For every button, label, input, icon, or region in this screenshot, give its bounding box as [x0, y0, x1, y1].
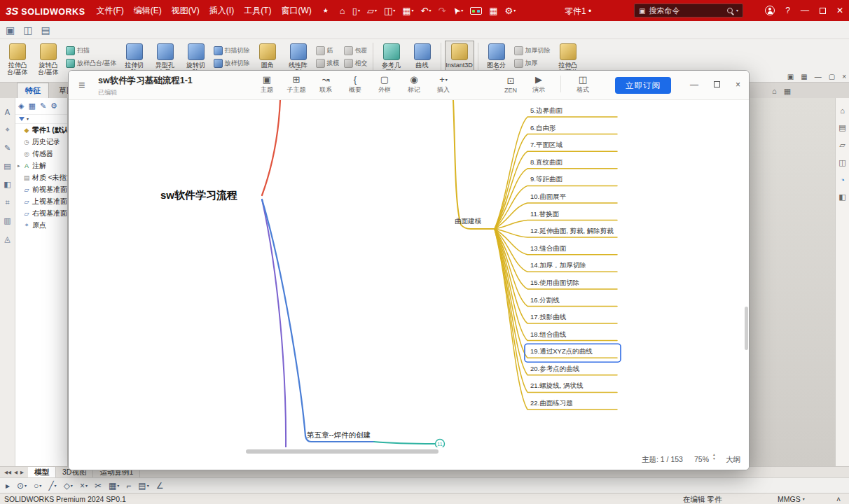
- search-command-box[interactable]: ▣ 搜索命令 ▾: [634, 4, 743, 18]
- polygon-tool-icon[interactable]: ◇▾: [64, 481, 73, 491]
- mindmap-topic-item[interactable]: 18.组合曲线: [530, 330, 566, 339]
- zoom-down-icon[interactable]: ▾: [713, 456, 715, 461]
- ribbon-button-sweep-cut[interactable]: 扫描切除: [214, 46, 250, 56]
- configuration-tab-icon[interactable]: ✎: [40, 102, 46, 111]
- ribbon-button-rib[interactable]: 筋: [316, 46, 340, 56]
- tree-root-part[interactable]: ◆零件1 (默认<<默认>_显示状态 1>): [15, 124, 67, 136]
- first-tab-icon[interactable]: ◀◀: [4, 470, 11, 475]
- close-button[interactable]: ✕: [836, 6, 843, 15]
- half-square-icon[interactable]: ◧: [4, 180, 11, 189]
- ellipse-tool-icon[interactable]: ○▾: [34, 481, 41, 491]
- mindmap-topic-item[interactable]: 6.自由形: [530, 123, 555, 132]
- ribbon-button-loft-boss[interactable]: 放样凸台/基体: [66, 58, 117, 69]
- mindmap-topic-item[interactable]: 11.替换面: [530, 209, 559, 218]
- mindmap-topic-item[interactable]: 12.延伸曲面, 剪裁, 解除剪裁: [530, 226, 614, 235]
- convert-entities-icon[interactable]: ⌐: [126, 481, 131, 491]
- ribbon-button-loft-cut[interactable]: 放样切除: [214, 58, 250, 69]
- menu-item[interactable]: 工具(T): [240, 4, 275, 18]
- menu-item[interactable]: 插入(I): [205, 4, 238, 18]
- search-icon[interactable]: [727, 8, 733, 13]
- file-explorer-icon[interactable]: ▱: [839, 141, 845, 150]
- statusbar-chevron-icon[interactable]: ˄: [836, 495, 841, 503]
- tab-model[interactable]: 模型: [28, 467, 56, 477]
- mindmap-topic-item[interactable]: 16.分割线: [530, 295, 560, 304]
- new-document-icon[interactable]: ▯▾: [352, 6, 360, 15]
- open-icon[interactable]: ▱▾: [367, 6, 377, 15]
- mindmap-topic-item[interactable]: 9.等距曲面: [530, 174, 562, 183]
- options-gear-icon[interactable]: ⚙▾: [505, 6, 516, 15]
- ribbon-button-intersect[interactable]: 相交: [344, 58, 368, 69]
- angle-tool-icon[interactable]: ∠: [156, 481, 164, 491]
- xmind-maximize-button[interactable]: [714, 80, 720, 90]
- home-icon[interactable]: ⌂: [340, 6, 345, 15]
- summary-tool[interactable]: {概要: [343, 74, 367, 94]
- tree-material[interactable]: ▤材质 <未指定>: [15, 172, 67, 183]
- tree-front-plane[interactable]: ▱前视基准面: [15, 183, 67, 195]
- outline-button[interactable]: 大纲: [726, 455, 740, 465]
- circle-tool-icon[interactable]: ⊙▾: [17, 481, 27, 491]
- dimxpert-tab-icon[interactable]: ⚙: [50, 102, 57, 111]
- pencil-icon[interactable]: ✎: [4, 144, 11, 153]
- mate-pill-icon[interactable]: [470, 7, 482, 15]
- menu-item[interactable]: 视图(V): [167, 4, 204, 18]
- menu-item[interactable]: 窗口(W): [277, 4, 315, 18]
- menu-item[interactable]: 文件(F): [92, 4, 127, 18]
- point-tool-icon[interactable]: ×▾: [80, 481, 88, 491]
- undo-icon[interactable]: ↶▾: [421, 6, 432, 15]
- mdi-minimize-icon[interactable]: —: [815, 73, 822, 80]
- featuremanager-tab-icon[interactable]: ◈: [18, 102, 24, 111]
- pattern-tool-icon[interactable]: ▦▾: [109, 481, 119, 491]
- ribbon-button-wrap[interactable]: 包覆: [344, 46, 368, 56]
- tree-filter-row[interactable]: ▾: [15, 115, 67, 124]
- menu-item[interactable]: 编辑(E): [130, 4, 166, 18]
- vertical-scrollbar[interactable]: [745, 307, 748, 350]
- format-tool[interactable]: ◫格式: [571, 74, 595, 94]
- mdi-restore-icon[interactable]: ▢: [829, 73, 835, 80]
- mindmap-topic-item[interactable]: 22.曲面练习题: [530, 398, 573, 407]
- tree-top-plane[interactable]: ▱上视基准面: [15, 195, 67, 207]
- statusbar-units[interactable]: MMGS ▾: [778, 495, 805, 503]
- view-grid-icon[interactable]: ▦: [784, 87, 791, 96]
- scene-icon[interactable]: ◫: [23, 24, 32, 36]
- maximize-button[interactable]: [820, 8, 826, 14]
- layers-icon[interactable]: ▤: [4, 162, 11, 171]
- ribbon-button-extrude-boss[interactable]: 拉伸凸 台/基体: [3, 41, 32, 78]
- expander-icon[interactable]: ▸: [18, 163, 22, 169]
- topic-tool[interactable]: ▣主题: [255, 74, 279, 94]
- help-icon[interactable]: ?: [785, 6, 790, 15]
- relationship-tool[interactable]: ↝联系: [314, 74, 338, 94]
- propertymanager-tab-icon[interactable]: ▦: [28, 102, 35, 111]
- boundary-tool[interactable]: ▢外框: [373, 74, 396, 94]
- zoom-stepper[interactable]: ▴ ▾: [713, 452, 715, 461]
- mindmap-topic-item[interactable]: 7.平面区域: [530, 140, 562, 149]
- appearances-icon[interactable]: ◔: [840, 176, 845, 184]
- horizontal-scrollbar[interactable]: [246, 449, 439, 454]
- mindmap-topic-item[interactable]: 19.通过XYZ点的曲线: [530, 346, 593, 356]
- taskpane-home-icon[interactable]: ⌂: [840, 106, 845, 115]
- hamburger-menu-icon[interactable]: ≡: [78, 79, 85, 92]
- tree-annotations[interactable]: ▸A注解: [15, 160, 67, 172]
- capture-icon[interactable]: ▣: [6, 24, 15, 36]
- next-tab-icon[interactable]: ▶: [20, 470, 24, 475]
- xmind-close-button[interactable]: ×: [736, 80, 740, 90]
- mindmap-canvas[interactable]: 115.边界曲面6.自由形7.平面区域8.直纹曲面9.等距曲面10.曲面展平11…: [69, 100, 750, 449]
- target-icon[interactable]: ⌖: [5, 125, 9, 134]
- print-icon[interactable]: ▦▾: [402, 6, 413, 15]
- mindmap-topic-item[interactable]: 17.投影曲线: [530, 312, 566, 321]
- branch-topic[interactable]: 曲面建模: [455, 217, 481, 226]
- redo-icon[interactable]: ↷: [438, 6, 446, 15]
- marker-tool[interactable]: ◉标记: [402, 74, 426, 94]
- subtopic-tool[interactable]: ⊞子主题: [284, 74, 308, 94]
- rows-icon[interactable]: ▥: [4, 216, 11, 225]
- ribbon-button-thicken-cut[interactable]: 加厚切除: [514, 46, 551, 56]
- ribbon-button-instant3d[interactable]: Instant3D: [445, 41, 474, 71]
- ribbon-button-thicken[interactable]: 加厚: [514, 58, 551, 69]
- save-icon[interactable]: ◫▾: [384, 6, 395, 15]
- select-cursor-icon[interactable]: ➤▾: [453, 6, 463, 15]
- display-settings-icon[interactable]: ▤: [41, 24, 50, 36]
- mindmap-topic-item[interactable]: 8.直纹曲面: [530, 158, 562, 167]
- mdi-close-icon[interactable]: ×: [842, 73, 846, 80]
- bottom-topic[interactable]: 第五章--焊件的创建: [307, 430, 371, 440]
- zen-mode-tool[interactable]: ⊡ZEN: [499, 75, 523, 94]
- hash-icon[interactable]: ⌗: [5, 198, 9, 207]
